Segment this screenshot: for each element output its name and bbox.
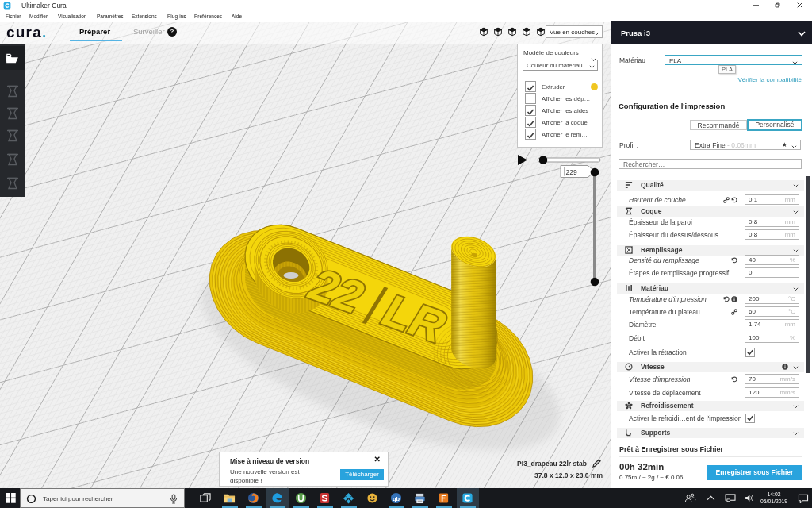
svg-text:qb: qb [393,495,400,502]
svg-text:229: 229 [566,168,577,176]
